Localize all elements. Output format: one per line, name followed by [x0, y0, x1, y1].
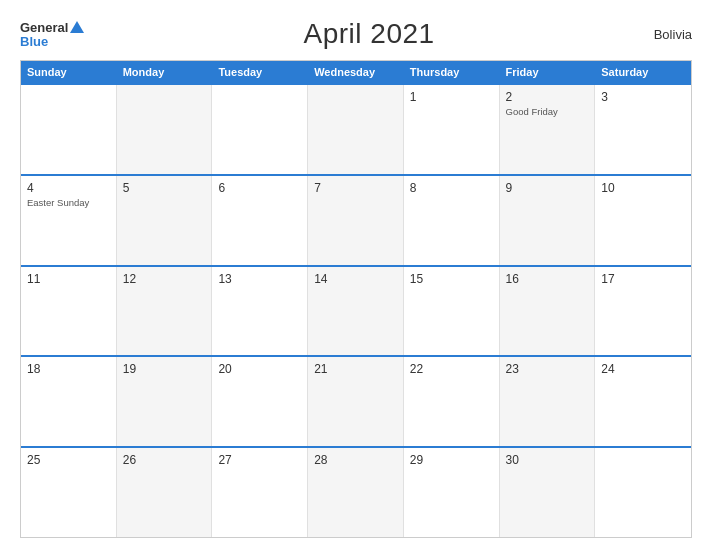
- day-number: 28: [314, 453, 397, 467]
- calendar: SundayMondayTuesdayWednesdayThursdayFrid…: [20, 60, 692, 538]
- cal-cell: [212, 85, 308, 174]
- day-number: 22: [410, 362, 493, 376]
- day-number: 20: [218, 362, 301, 376]
- day-number: 21: [314, 362, 397, 376]
- cal-cell: 21: [308, 357, 404, 446]
- day-number: 26: [123, 453, 206, 467]
- cal-cell: 20: [212, 357, 308, 446]
- cal-cell: 16: [500, 267, 596, 356]
- cal-header-friday: Friday: [500, 61, 596, 83]
- cal-week-1: 12Good Friday3: [21, 83, 691, 174]
- cal-header-monday: Monday: [117, 61, 213, 83]
- day-number: 12: [123, 272, 206, 286]
- cal-cell: 18: [21, 357, 117, 446]
- logo-general: General: [20, 21, 68, 34]
- cal-cell: 11: [21, 267, 117, 356]
- logo: General Blue: [20, 21, 84, 48]
- day-number: 3: [601, 90, 685, 104]
- day-number: 10: [601, 181, 685, 195]
- logo-triangle-icon: [70, 21, 84, 33]
- cal-cell: 15: [404, 267, 500, 356]
- day-number: 8: [410, 181, 493, 195]
- cal-cell: 6: [212, 176, 308, 265]
- day-number: 6: [218, 181, 301, 195]
- day-number: 16: [506, 272, 589, 286]
- cal-cell: 17: [595, 267, 691, 356]
- cal-header-saturday: Saturday: [595, 61, 691, 83]
- cal-cell: [21, 85, 117, 174]
- day-number: 2: [506, 90, 589, 104]
- calendar-header-row: SundayMondayTuesdayWednesdayThursdayFrid…: [21, 61, 691, 83]
- day-number: 25: [27, 453, 110, 467]
- cal-cell: 3: [595, 85, 691, 174]
- cal-cell: [308, 85, 404, 174]
- cal-cell: 23: [500, 357, 596, 446]
- day-number: 13: [218, 272, 301, 286]
- cal-cell: 4Easter Sunday: [21, 176, 117, 265]
- day-number: 30: [506, 453, 589, 467]
- cal-cell: 26: [117, 448, 213, 537]
- calendar-body: 12Good Friday34Easter Sunday567891011121…: [21, 83, 691, 537]
- cal-cell: 14: [308, 267, 404, 356]
- cal-cell: 1: [404, 85, 500, 174]
- cal-cell: 12: [117, 267, 213, 356]
- cal-cell: 7: [308, 176, 404, 265]
- cal-cell: 5: [117, 176, 213, 265]
- day-number: 27: [218, 453, 301, 467]
- cal-cell: 27: [212, 448, 308, 537]
- cal-header-sunday: Sunday: [21, 61, 117, 83]
- cal-week-2: 4Easter Sunday5678910: [21, 174, 691, 265]
- cal-week-5: 252627282930: [21, 446, 691, 537]
- country-label: Bolivia: [654, 27, 692, 42]
- cal-cell: 28: [308, 448, 404, 537]
- day-number: 4: [27, 181, 110, 195]
- day-number: 18: [27, 362, 110, 376]
- cal-cell: 19: [117, 357, 213, 446]
- cal-cell: 10: [595, 176, 691, 265]
- cal-header-tuesday: Tuesday: [212, 61, 308, 83]
- day-number: 24: [601, 362, 685, 376]
- cal-cell: 9: [500, 176, 596, 265]
- cal-cell: 30: [500, 448, 596, 537]
- day-number: 19: [123, 362, 206, 376]
- day-number: 1: [410, 90, 493, 104]
- cal-cell: [595, 448, 691, 537]
- page-header: General Blue April 2021 Bolivia: [20, 18, 692, 50]
- day-number: 29: [410, 453, 493, 467]
- cal-cell: 2Good Friday: [500, 85, 596, 174]
- cal-header-thursday: Thursday: [404, 61, 500, 83]
- logo-blue: Blue: [20, 35, 48, 48]
- day-event: Easter Sunday: [27, 197, 110, 209]
- calendar-page: General Blue April 2021 Bolivia SundayMo…: [0, 0, 712, 550]
- day-number: 11: [27, 272, 110, 286]
- day-event: Good Friday: [506, 106, 589, 118]
- cal-cell: 24: [595, 357, 691, 446]
- day-number: 23: [506, 362, 589, 376]
- cal-cell: 29: [404, 448, 500, 537]
- cal-header-wednesday: Wednesday: [308, 61, 404, 83]
- day-number: 14: [314, 272, 397, 286]
- day-number: 5: [123, 181, 206, 195]
- cal-week-4: 18192021222324: [21, 355, 691, 446]
- day-number: 17: [601, 272, 685, 286]
- cal-week-3: 11121314151617: [21, 265, 691, 356]
- cal-cell: [117, 85, 213, 174]
- cal-cell: 25: [21, 448, 117, 537]
- calendar-title: April 2021: [304, 18, 435, 50]
- day-number: 9: [506, 181, 589, 195]
- cal-cell: 22: [404, 357, 500, 446]
- cal-cell: 13: [212, 267, 308, 356]
- cal-cell: 8: [404, 176, 500, 265]
- day-number: 15: [410, 272, 493, 286]
- day-number: 7: [314, 181, 397, 195]
